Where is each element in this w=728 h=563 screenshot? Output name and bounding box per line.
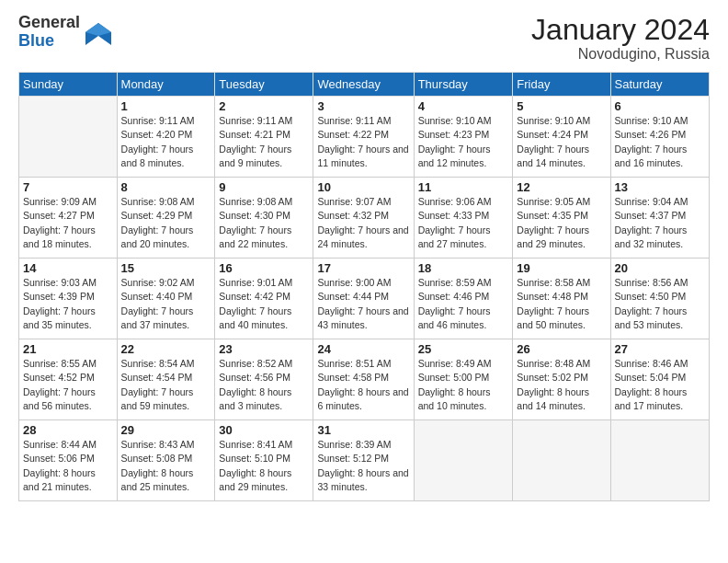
day-number: 17: [317, 261, 409, 275]
calendar-cell-1-5: 4Sunrise: 9:10 AMSunset: 4:23 PMDaylight…: [414, 97, 513, 178]
day-info: Sunrise: 9:00 AMSunset: 4:44 PMDaylight:…: [317, 276, 409, 332]
calendar-cell-2-7: 13Sunrise: 9:04 AMSunset: 4:37 PMDayligh…: [610, 178, 709, 259]
day-number: 8: [121, 180, 211, 194]
calendar-cell-2-1: 7Sunrise: 9:09 AMSunset: 4:27 PMDaylight…: [19, 178, 118, 259]
calendar-cell-5-2: 29Sunrise: 8:43 AMSunset: 5:08 PMDayligh…: [117, 420, 215, 501]
day-info: Sunrise: 9:09 AMSunset: 4:27 PMDaylight:…: [23, 195, 113, 251]
calendar-cell-5-3: 30Sunrise: 8:41 AMSunset: 5:10 PMDayligh…: [215, 420, 313, 501]
day-info: Sunrise: 8:46 AMSunset: 5:04 PMDaylight:…: [615, 357, 705, 413]
calendar-cell-3-5: 18Sunrise: 8:59 AMSunset: 4:46 PMDayligh…: [414, 259, 513, 339]
logo-blue: Blue: [18, 32, 80, 51]
day-info: Sunrise: 9:03 AMSunset: 4:39 PMDaylight:…: [23, 276, 113, 332]
day-info: Sunrise: 9:08 AMSunset: 4:30 PMDaylight:…: [219, 195, 309, 251]
weekday-header-thursday: Thursday: [414, 73, 513, 97]
calendar-cell-5-1: 28Sunrise: 8:44 AMSunset: 5:06 PMDayligh…: [19, 420, 118, 501]
calendar-cell-4-1: 21Sunrise: 8:55 AMSunset: 4:52 PMDayligh…: [19, 339, 118, 420]
calendar-cell-4-4: 24Sunrise: 8:51 AMSunset: 4:58 PMDayligh…: [313, 339, 414, 420]
weekday-header-friday: Friday: [513, 73, 610, 97]
calendar-cell-1-3: 2Sunrise: 9:11 AMSunset: 4:21 PMDaylight…: [215, 97, 313, 178]
day-number: 25: [418, 342, 509, 356]
weekday-header-row: SundayMondayTuesdayWednesdayThursdayFrid…: [19, 73, 710, 97]
calendar-cell-5-7: [610, 420, 709, 501]
day-number: 16: [219, 261, 309, 275]
calendar-cell-2-5: 11Sunrise: 9:06 AMSunset: 4:33 PMDayligh…: [414, 178, 513, 259]
calendar-cell-3-1: 14Sunrise: 9:03 AMSunset: 4:39 PMDayligh…: [19, 259, 118, 339]
calendar-cell-2-4: 10Sunrise: 9:07 AMSunset: 4:32 PMDayligh…: [313, 178, 414, 259]
weekday-header-sunday: Sunday: [19, 73, 118, 97]
calendar-cell-1-6: 5Sunrise: 9:10 AMSunset: 4:24 PMDaylight…: [513, 97, 610, 178]
day-number: 23: [219, 342, 309, 356]
day-info: Sunrise: 9:10 AMSunset: 4:23 PMDaylight:…: [418, 114, 509, 170]
day-info: Sunrise: 8:48 AMSunset: 5:02 PMDaylight:…: [517, 357, 606, 413]
day-number: 1: [121, 99, 211, 113]
day-info: Sunrise: 9:05 AMSunset: 4:35 PMDaylight:…: [517, 195, 606, 251]
day-number: 12: [517, 180, 606, 194]
day-number: 24: [317, 342, 409, 356]
calendar-cell-4-3: 23Sunrise: 8:52 AMSunset: 4:56 PMDayligh…: [215, 339, 313, 420]
calendar-cell-3-2: 15Sunrise: 9:02 AMSunset: 4:40 PMDayligh…: [117, 259, 215, 339]
day-number: 5: [517, 99, 606, 113]
day-info: Sunrise: 9:04 AMSunset: 4:37 PMDaylight:…: [615, 195, 705, 251]
day-number: 14: [23, 261, 113, 275]
calendar-cell-2-6: 12Sunrise: 9:05 AMSunset: 4:35 PMDayligh…: [513, 178, 610, 259]
calendar-cell-2-3: 9Sunrise: 9:08 AMSunset: 4:30 PMDaylight…: [215, 178, 313, 259]
day-number: 9: [219, 180, 309, 194]
day-number: 28: [23, 423, 113, 437]
day-info: Sunrise: 9:07 AMSunset: 4:32 PMDaylight:…: [317, 195, 409, 251]
day-number: 21: [23, 342, 113, 356]
weekday-header-wednesday: Wednesday: [313, 73, 414, 97]
header: General Blue January 2024 Novodugino, Ru…: [18, 14, 710, 63]
week-row-3: 14Sunrise: 9:03 AMSunset: 4:39 PMDayligh…: [19, 259, 710, 339]
day-info: Sunrise: 8:56 AMSunset: 4:50 PMDaylight:…: [615, 276, 705, 332]
day-number: 29: [121, 423, 211, 437]
day-number: 19: [517, 261, 606, 275]
day-info: Sunrise: 8:43 AMSunset: 5:08 PMDaylight:…: [121, 438, 211, 494]
day-number: 30: [219, 423, 309, 437]
day-number: 22: [121, 342, 211, 356]
day-info: Sunrise: 9:06 AMSunset: 4:33 PMDaylight:…: [418, 195, 509, 251]
calendar-cell-5-6: [513, 420, 610, 501]
week-row-5: 28Sunrise: 8:44 AMSunset: 5:06 PMDayligh…: [19, 420, 710, 501]
calendar-cell-5-5: [414, 420, 513, 501]
logo-general: General: [18, 14, 80, 32]
calendar-cell-3-3: 16Sunrise: 9:01 AMSunset: 4:42 PMDayligh…: [215, 259, 313, 339]
weekday-header-monday: Monday: [117, 73, 215, 97]
day-info: Sunrise: 8:52 AMSunset: 4:56 PMDaylight:…: [219, 357, 309, 413]
day-info: Sunrise: 8:54 AMSunset: 4:54 PMDaylight:…: [121, 357, 211, 413]
day-number: 11: [418, 180, 509, 194]
calendar-cell-4-7: 27Sunrise: 8:46 AMSunset: 5:04 PMDayligh…: [610, 339, 709, 420]
day-number: 4: [418, 99, 509, 113]
day-info: Sunrise: 9:11 AMSunset: 4:21 PMDaylight:…: [219, 114, 309, 170]
day-info: Sunrise: 8:39 AMSunset: 5:12 PMDaylight:…: [317, 438, 409, 494]
day-info: Sunrise: 9:08 AMSunset: 4:29 PMDaylight:…: [121, 195, 211, 251]
day-info: Sunrise: 9:11 AMSunset: 4:20 PMDaylight:…: [121, 114, 211, 170]
day-info: Sunrise: 8:55 AMSunset: 4:52 PMDaylight:…: [23, 357, 113, 413]
day-info: Sunrise: 9:10 AMSunset: 4:24 PMDaylight:…: [517, 114, 606, 170]
week-row-1: 1Sunrise: 9:11 AMSunset: 4:20 PMDaylight…: [19, 97, 710, 178]
day-info: Sunrise: 8:59 AMSunset: 4:46 PMDaylight:…: [418, 276, 509, 332]
calendar-cell-4-5: 25Sunrise: 8:49 AMSunset: 5:00 PMDayligh…: [414, 339, 513, 420]
day-info: Sunrise: 8:41 AMSunset: 5:10 PMDaylight:…: [219, 438, 309, 494]
logo-icon: [85, 19, 111, 45]
calendar-cell-3-6: 19Sunrise: 8:58 AMSunset: 4:48 PMDayligh…: [513, 259, 610, 339]
calendar-cell-2-2: 8Sunrise: 9:08 AMSunset: 4:29 PMDaylight…: [117, 178, 215, 259]
week-row-2: 7Sunrise: 9:09 AMSunset: 4:27 PMDaylight…: [19, 178, 710, 259]
day-info: Sunrise: 9:10 AMSunset: 4:26 PMDaylight:…: [615, 114, 705, 170]
calendar-cell-1-4: 3Sunrise: 9:11 AMSunset: 4:22 PMDaylight…: [313, 97, 414, 178]
title-block: January 2024 Novodugino, Russia: [531, 14, 710, 63]
day-number: 6: [615, 99, 705, 113]
weekday-header-saturday: Saturday: [610, 73, 709, 97]
location: Novodugino, Russia: [531, 46, 710, 63]
day-info: Sunrise: 9:01 AMSunset: 4:42 PMDaylight:…: [219, 276, 309, 332]
day-number: 3: [317, 99, 409, 113]
day-info: Sunrise: 9:11 AMSunset: 4:22 PMDaylight:…: [317, 114, 409, 170]
week-row-4: 21Sunrise: 8:55 AMSunset: 4:52 PMDayligh…: [19, 339, 710, 420]
calendar-cell-4-2: 22Sunrise: 8:54 AMSunset: 4:54 PMDayligh…: [117, 339, 215, 420]
day-number: 2: [219, 99, 309, 113]
logo: General Blue: [18, 14, 111, 51]
day-number: 27: [615, 342, 705, 356]
calendar-cell-1-2: 1Sunrise: 9:11 AMSunset: 4:20 PMDaylight…: [117, 97, 215, 178]
day-info: Sunrise: 8:44 AMSunset: 5:06 PMDaylight:…: [23, 438, 113, 494]
calendar-cell-3-7: 20Sunrise: 8:56 AMSunset: 4:50 PMDayligh…: [610, 259, 709, 339]
day-number: 10: [317, 180, 409, 194]
